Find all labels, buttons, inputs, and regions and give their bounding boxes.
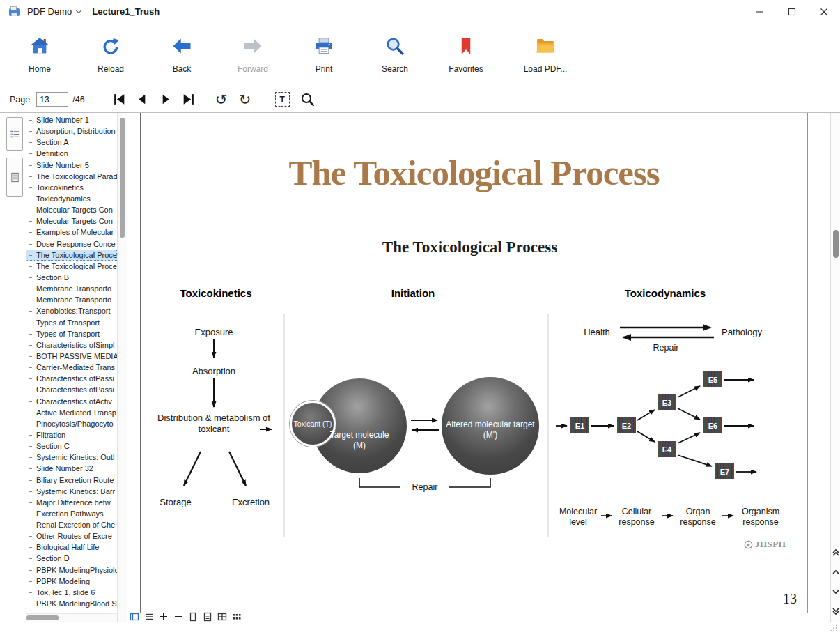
bookmark-item[interactable]: Systemic Kinetics: Outl xyxy=(26,452,117,463)
forward-label: Forward xyxy=(238,64,268,74)
bookmark-item[interactable]: Filtration xyxy=(26,429,117,440)
thumbnail-grid-icon[interactable] xyxy=(232,612,242,622)
bookmark-item[interactable]: Section D xyxy=(26,553,117,564)
bookmark-item[interactable]: Other Routes of Excre xyxy=(26,530,117,542)
select-text-tool[interactable]: T xyxy=(275,92,290,107)
bookmark-item[interactable]: Renal Excretion of Che xyxy=(26,519,117,530)
text-page-icon[interactable] xyxy=(203,612,212,622)
sidebar-hscrollbar-thumb[interactable] xyxy=(26,615,59,620)
scroll-double-up-icon[interactable] xyxy=(832,546,840,559)
zoom-in-icon[interactable] xyxy=(159,612,169,622)
bookmark-item[interactable]: Toxicokinetics xyxy=(26,182,117,193)
reload-icon xyxy=(100,36,121,59)
minimize-button[interactable] xyxy=(744,0,776,23)
scroll-double-down-icon[interactable] xyxy=(832,605,840,617)
maximize-button[interactable] xyxy=(776,0,808,23)
bookmark-item[interactable]: Active Mediated Transp xyxy=(26,407,117,418)
tab-bookmarks-panel[interactable] xyxy=(6,117,23,151)
sidebar-horizontal-scrollbar[interactable] xyxy=(26,613,117,622)
bookmark-item[interactable]: Section C xyxy=(26,440,117,452)
bookmark-item[interactable]: Definition xyxy=(26,148,117,159)
slide-title: The Toxicological Process xyxy=(141,153,807,193)
single-page-icon[interactable] xyxy=(188,612,198,622)
page-number-input[interactable] xyxy=(36,92,68,107)
bookmark-item[interactable]: Tox, lec 1, slide 6 xyxy=(26,587,117,598)
bookmark-item[interactable]: The Toxicological Proce xyxy=(26,261,117,272)
bookmark-item[interactable]: Characteristics ofSimpl xyxy=(26,339,117,351)
chevron-down-icon[interactable] xyxy=(76,8,81,13)
bookmark-item[interactable]: Molecular Targets Con xyxy=(26,215,117,227)
pdf-page[interactable]: The Toxicological Process The Toxicologi… xyxy=(140,113,808,613)
forward-button[interactable]: Forward xyxy=(217,27,288,83)
favorites-label: Favorites xyxy=(449,64,483,74)
bookmark-item[interactable]: The Toxicological Parad xyxy=(26,171,117,182)
previous-page-button[interactable] xyxy=(131,91,154,109)
bookmark-item[interactable]: Section B xyxy=(26,272,117,283)
bookmark-item[interactable]: Carrier-Mediated Trans xyxy=(26,362,117,373)
bookmark-item[interactable]: Systemic Kinetics: Barr xyxy=(26,486,117,497)
bookmark-item[interactable]: Major Difference betw xyxy=(26,497,117,508)
reload-button[interactable]: Reload xyxy=(75,27,146,83)
favorites-button[interactable]: Favorites xyxy=(430,27,501,83)
bookmark-item[interactable]: Types of Transport xyxy=(26,317,117,328)
rotate-cw-icon[interactable]: ↻ xyxy=(233,91,257,108)
bookmark-item-label: Toxicodynamics xyxy=(36,194,91,203)
bookmark-item-label: Slide Number 32 xyxy=(36,464,93,473)
bookmark-item[interactable]: Biliary Excretion Route xyxy=(26,475,117,486)
bookmark-item[interactable]: Pinocytosis/Phagocyto xyxy=(26,418,117,429)
bookmark-item[interactable]: Excretion Pathways xyxy=(26,508,117,519)
bookmark-item[interactable]: PBPK Modeling xyxy=(26,576,117,587)
list-view-icon[interactable] xyxy=(144,612,154,622)
scroll-up-icon[interactable] xyxy=(832,566,840,578)
main-scrollbar-thumb[interactable] xyxy=(833,230,839,258)
main-vertical-scrollbar[interactable] xyxy=(830,113,840,622)
rotate-ccw-icon[interactable]: ↺ xyxy=(210,91,233,108)
bookmark-item[interactable]: PBPK ModelingPhysiolo xyxy=(26,565,117,576)
resize-grip[interactable] xyxy=(830,622,838,635)
bookmark-item[interactable]: Dose-Response Conce xyxy=(26,238,117,250)
bookmark-item[interactable]: Xenobiotics:Transport xyxy=(26,305,117,316)
bookmark-item-label: The Toxicological Proce xyxy=(36,251,117,259)
sidebar-scrollbar-thumb[interactable] xyxy=(120,118,125,238)
bookmark-item[interactable]: Slide Number 32 xyxy=(26,463,117,474)
content-area: Slide Number 1Absorption, DistributionSe… xyxy=(0,112,840,622)
bookmark-item[interactable]: Slide Number 1 xyxy=(26,114,117,125)
first-page-button[interactable] xyxy=(108,91,131,109)
last-page-button[interactable] xyxy=(177,91,200,109)
heading-toxicokinetics: Toxicokinetics xyxy=(180,287,251,299)
two-page-view-icon[interactable] xyxy=(217,612,227,622)
window-controls xyxy=(744,0,840,23)
bookmark-item[interactable]: Toxicodynamics xyxy=(26,193,117,204)
search-label: Search xyxy=(382,64,408,74)
bookmark-item[interactable]: Characteristics ofPassi xyxy=(26,384,117,395)
bookmark-item[interactable]: Characteristics ofActiv xyxy=(26,396,117,407)
bookmark-item[interactable]: Examples of Molecular xyxy=(26,227,117,238)
fit-page-icon[interactable] xyxy=(130,612,139,622)
bookmark-item[interactable]: Membrane Transporto xyxy=(26,294,117,305)
tab-thumbnails-panel[interactable] xyxy=(6,158,23,197)
pdf-viewport: The Toxicological Process The Toxicologi… xyxy=(127,113,830,622)
zoom-tool[interactable] xyxy=(300,92,316,107)
scroll-down-icon[interactable] xyxy=(832,585,840,598)
bookmark-item[interactable]: PBPK ModelingBlood St xyxy=(26,598,117,609)
next-page-button[interactable] xyxy=(154,91,177,109)
bookmark-item[interactable]: BOTH PASSIVE MEDIAT xyxy=(26,351,117,362)
bookmark-item[interactable]: Molecular Targets Con xyxy=(26,204,117,215)
close-button[interactable] xyxy=(808,0,840,23)
home-button[interactable]: Home xyxy=(4,27,75,83)
bookmark-item[interactable]: Absorption, Distribution xyxy=(26,125,117,137)
print-button[interactable]: Print xyxy=(288,27,359,83)
zoom-out-icon[interactable] xyxy=(173,612,183,622)
bookmark-item[interactable]: Section A xyxy=(26,137,117,148)
bookmark-item[interactable]: The Toxicological Proce xyxy=(26,250,117,261)
sidebar-vertical-scrollbar[interactable] xyxy=(117,113,127,622)
search-button[interactable]: Search xyxy=(359,27,430,83)
bookmark-item[interactable]: Membrane Transporto xyxy=(26,283,117,294)
app-menu[interactable]: PDF Demo xyxy=(27,6,72,17)
bookmark-item[interactable]: Types of Transport xyxy=(26,328,117,339)
load-pdf-button[interactable]: Load PDF... xyxy=(510,27,581,83)
bookmark-item[interactable]: Biological Half Life xyxy=(26,542,117,553)
back-button[interactable]: Back xyxy=(146,27,217,83)
bookmark-item[interactable]: Slide Number 5 xyxy=(26,160,117,171)
bookmark-item[interactable]: Characteristics ofPassi xyxy=(26,373,117,384)
